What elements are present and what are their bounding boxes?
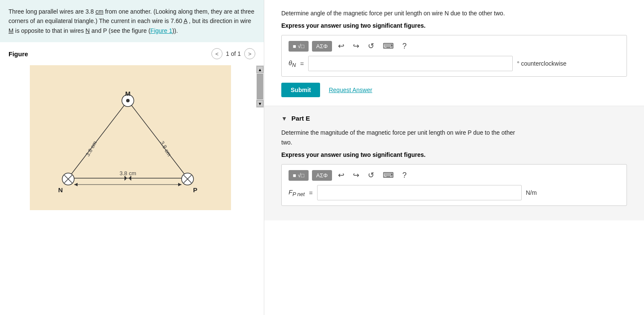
part-e-answer-input[interactable] (317, 185, 522, 200)
part-d-redo-button[interactable]: ↪ (350, 40, 362, 52)
part-d-var-label: θN (289, 59, 296, 68)
part-d-keyboard-button[interactable]: ⌨ (380, 40, 396, 52)
part-e-var-label: FP net (289, 188, 305, 197)
part-d-sig-figs: Express your answer using two significan… (281, 22, 627, 29)
scroll-thumb[interactable] (257, 74, 263, 99)
part-d-request-answer-button[interactable]: Request Answer (329, 87, 372, 93)
checkbox-icon2: ■ (293, 172, 296, 179)
part-d-submit-row: Submit Request Answer (281, 83, 627, 97)
part-d-math-button[interactable]: ■ √□ (289, 41, 309, 52)
part-e-toolbar: ■ √□ ΑΣΦ ↩ ↪ ↺ ⌨ ? (289, 170, 620, 181)
figure-link[interactable]: Figure 1 (150, 27, 172, 34)
right-panel: Determine angle of the magnetic force pe… (264, 0, 644, 315)
part-e-collapse-arrow[interactable]: ▼ (281, 115, 287, 122)
part-e-input-row: FP net = N/m (289, 185, 620, 200)
scroll-track[interactable] (257, 74, 263, 99)
figure-header: Figure < 1 of 1 > (0, 42, 264, 65)
part-e-math-button[interactable]: ■ √□ (289, 170, 309, 181)
wire-m-label: M (125, 90, 130, 97)
part-d-equals: = (300, 60, 304, 67)
figure-next-button[interactable]: > (244, 48, 255, 59)
figure-svg: M N P 3.8 cm 3.8 cm 3.8 cm (30, 65, 231, 210)
wire-p-label: P (193, 186, 197, 194)
part-d-description: Determine angle of the magnetic force pe… (281, 9, 627, 18)
part-e-unit: N/m (526, 189, 537, 196)
scroll-up-arrow[interactable]: ▲ (257, 66, 263, 73)
part-e-header: ▼ Part E (281, 115, 627, 122)
figure-area: M N P 3.8 cm 3.8 cm 3.8 cm ▲ ▼ (0, 65, 264, 315)
problem-text-box: Three long parallel wires are 3.8 cm fro… (0, 0, 264, 42)
part-e-answer-box: ■ √□ ΑΣΦ ↩ ↪ ↺ ⌨ ? FP net = N/m (281, 164, 627, 206)
part-e-undo-button[interactable]: ↩ (335, 170, 347, 181)
part-d-help-button[interactable]: ? (400, 41, 409, 52)
part-d-answer-input[interactable] (308, 56, 513, 71)
figure-nav: < 1 of 1 > (211, 48, 255, 59)
scroll-down-arrow[interactable]: ▼ (257, 100, 263, 107)
part-d-reset-button[interactable]: ↺ (365, 40, 377, 52)
part-e-sig-figs: Express your answer using two significan… (281, 151, 627, 158)
part-e-reset-button[interactable]: ↺ (365, 170, 377, 181)
part-e-keyboard-button[interactable]: ⌨ (380, 170, 396, 181)
svg-point-15 (126, 99, 130, 102)
checkbox-icon: ■ (293, 43, 296, 49)
wire-n-label: N (58, 186, 63, 194)
part-d-toolbar: ■ √□ ΑΣΦ ↩ ↪ ↺ ⌨ ? (289, 40, 620, 52)
sqrt-icon: √□ (298, 43, 304, 49)
dist-bottom-label: 3.8 cm (119, 170, 136, 176)
part-e-label: Part E (292, 115, 310, 122)
part-d-undo-button[interactable]: ↩ (335, 40, 347, 52)
page-indicator: 1 of 1 (226, 50, 241, 57)
part-e-section: ▼ Part E Determine the magnitude of the … (264, 106, 644, 220)
part-d-section: Determine angle of the magnetic force pe… (264, 0, 644, 106)
part-e-equals: = (309, 189, 313, 197)
part-e-redo-button[interactable]: ↪ (350, 170, 362, 181)
part-d-answer-box: ■ √□ ΑΣΦ ↩ ↪ ↺ ⌨ ? θN = ° counterclockwi… (281, 35, 627, 77)
figure-image: M N P 3.8 cm 3.8 cm 3.8 cm (30, 65, 231, 210)
figure-prev-button[interactable]: < (211, 48, 222, 59)
part-d-unit: ° counterclockwise (517, 60, 566, 67)
figure-title: Figure (9, 50, 28, 58)
part-d-submit-button[interactable]: Submit (281, 83, 320, 97)
scrollbar[interactable]: ▲ ▼ (256, 65, 264, 108)
left-panel: Three long parallel wires are 3.8 cm fro… (0, 0, 264, 315)
part-e-symbol-button[interactable]: ΑΣΦ (312, 170, 332, 181)
part-d-input-row: θN = ° counterclockwise (289, 56, 620, 71)
problem-text: Three long parallel wires are 3.8 cm fro… (9, 8, 254, 34)
sqrt-icon2: √□ (298, 172, 304, 179)
part-e-description: Determine the magnitude of the magnetic … (281, 128, 627, 147)
part-e-help-button[interactable]: ? (400, 170, 409, 181)
part-d-symbol-button[interactable]: ΑΣΦ (312, 41, 332, 52)
